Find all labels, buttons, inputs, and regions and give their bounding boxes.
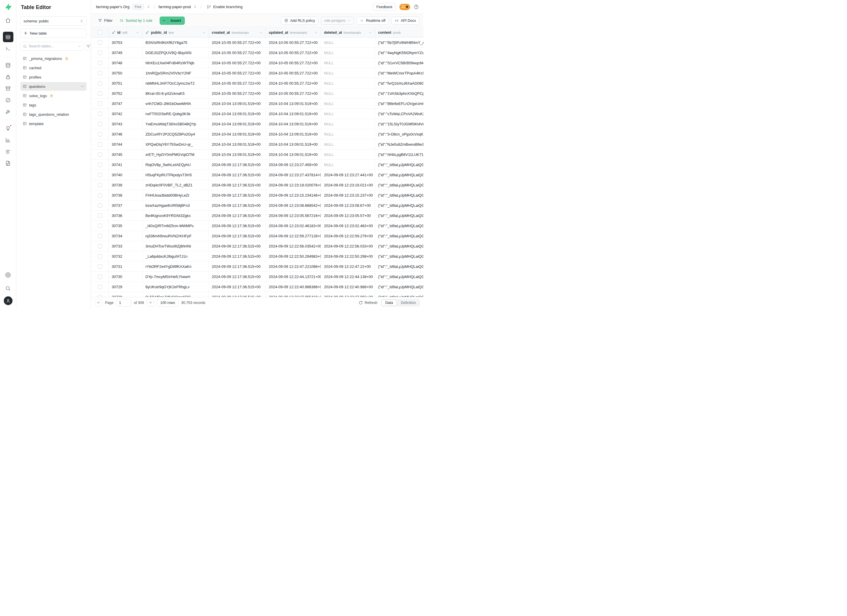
cell-deleted-at[interactable]: 2024-09-09 12:22:37.958+00 [321,292,375,297]
row-checkbox[interactable] [98,91,102,96]
cell-id[interactable]: 30733 [109,241,143,251]
sidebar-table-item[interactable]: _prisma_migrations [21,54,87,63]
cell-deleted-at[interactable]: 2024-09-09 12:22:59.279+00 [321,231,375,241]
nav-reports[interactable] [3,135,13,145]
search-tables-input[interactable] [29,44,75,48]
cell-updated-at[interactable]: 2024-09-09 12:23:02.46183+00 [266,221,321,231]
chevron-down-icon[interactable] [136,31,139,34]
row-checkbox[interactable] [98,142,102,147]
cell-created-at[interactable]: 2024-09-09 12:17:36.515+00 [209,211,266,221]
table-row[interactable]: 30743 YwEmuWdqT38XoSB048QYp 2024-10-04 1… [91,119,424,129]
cell-created-at[interactable]: 2024-10-04 13:09:01.519+00 [209,99,266,109]
cell-created-at[interactable]: 2024-10-05 00:55:27.722+00 [209,88,266,98]
cell-content[interactable]: {"id":"_Id9aLyJpMHQLaiQG [375,200,424,210]
row-checkbox[interactable] [98,264,102,269]
cell-updated-at[interactable]: 2024-09-09 12:23:15.234146+00 [266,190,321,200]
cell-updated-at[interactable]: 2024-09-09 12:23:27.437814+00 [266,170,321,180]
cell-content[interactable]: {"id":"_Id9aLyJpMHQLaiQG [375,282,424,292]
user-avatar[interactable] [4,296,12,305]
cell-id[interactable]: 30751 [109,78,143,88]
table-row[interactable]: 30751 nbMhHL3AP7OcCJymc2wT2 2024-10-05 0… [91,78,424,88]
row-checkbox[interactable] [98,173,102,177]
row-checkbox[interactable] [98,244,102,248]
cell-created-at[interactable]: 2024-09-09 12:17:36.515+00 [209,221,266,231]
cell-public-id[interactable]: rYbORF2e4YgDt9fKAXaKn [143,261,209,271]
previous-page-button[interactable] [95,299,102,307]
cell-deleted-at[interactable]: 2024-09-09 12:23:02.463+00 [321,221,375,231]
cell-id[interactable]: 30749 [109,48,143,57]
table-row[interactable]: 30749 DGEJfJZPQUV9Q-IBqsNSi 2024-10-05 0… [91,48,424,58]
cell-deleted-at[interactable]: 2024-09-09 12:22:44.138+00 [321,272,375,281]
row-checkbox[interactable] [98,102,102,106]
cell-public-id[interactable]: DGEJfJZPQUV9Q-IBqsNSi [143,48,209,57]
cell-public-id[interactable]: 8KraI-tSI-6-pSZcknaK5 [143,88,209,98]
row-checkbox[interactable] [98,71,102,75]
chevron-down-icon[interactable] [259,31,263,34]
nav-storage[interactable] [3,83,13,94]
cell-deleted-at[interactable]: NULL [321,119,375,129]
cell-public-id[interactable]: 8yUKotr9qGYjK2eFRhgLv [143,282,209,292]
cell-created-at[interactable]: 2024-10-05 00:55:27.722+00 [209,68,266,78]
cell-created-at[interactable]: 2024-09-09 12:17:36.515+00 [209,190,266,200]
cell-deleted-at[interactable]: 2024-09-09 12:23:19.021+00 [321,180,375,190]
row-checkbox[interactable] [98,152,102,157]
cell-deleted-at[interactable]: NULL [321,139,375,149]
cell-public-id[interactable]: zHDq4c0F0VBF_TL2_dBZ1 [143,180,209,190]
column-header-updated-at[interactable]: updated_at timestamptz [266,28,321,37]
cell-created-at[interactable]: 2024-10-04 13:09:01.519+00 [209,129,266,139]
cell-id[interactable]: 30745 [109,149,143,159]
sidebar-table-item[interactable]: template [21,119,87,128]
cell-content[interactable]: {"id":"rtHbLpgB8V11LUK715 [375,149,424,159]
cell-public-id[interactable]: 3muDHTceTWso9IZj8hHNI [143,241,209,251]
cell-created-at[interactable]: 2024-09-09 12:17:36.515+00 [209,251,266,261]
row-checkbox[interactable] [98,234,102,238]
cell-updated-at[interactable]: 2024-10-05 00:55:27.722+00 [266,78,321,88]
row-checkbox[interactable] [98,132,102,136]
column-header-id[interactable]: id int8 [109,28,143,37]
cell-content[interactable]: {"id":"_Id9aLyJpMHQLaiQG [375,251,424,261]
row-checkbox[interactable] [98,162,102,167]
cell-id[interactable]: 30744 [109,139,143,149]
cell-public-id[interactable]: _La6pddxcKJIbgufATJ1n [143,251,209,261]
cell-created-at[interactable]: 2024-09-09 12:17:36.515+00 [209,200,266,210]
cell-public-id[interactable]: DYp-7mcyMSIrHefLYIwwH [143,272,209,281]
next-page-button[interactable] [147,299,154,307]
cell-created-at[interactable]: 2024-10-05 00:55:27.722+00 [209,58,266,68]
cell-deleted-at[interactable]: NULL [321,68,375,78]
cell-updated-at[interactable]: 2024-09-09 12:22:50.294983+00 [266,251,321,261]
cell-public-id[interactable]: ZDCunRYJP2CQ5Z8Po2Gy4 [143,129,209,139]
row-checkbox[interactable] [98,40,102,45]
row-checkbox[interactable] [98,214,102,218]
cell-deleted-at[interactable]: NULL [321,37,375,47]
cell-updated-at[interactable]: 2024-10-05 00:55:27.722+00 [266,48,321,57]
nav-advisors[interactable] [3,123,13,134]
new-table-button[interactable]: New table [21,28,87,38]
nav-search[interactable] [3,283,13,293]
table-row[interactable]: 30744 XPQwDIqY6Y75SwDnU-qr_ 2024-10-04 1… [91,139,424,149]
cell-public-id[interactable]: RiqOV6p_5wihLeIAEQyhU [143,160,209,169]
cell-created-at[interactable]: 2024-09-09 12:17:36.515+00 [209,231,266,241]
row-checkbox[interactable] [98,254,102,259]
enable-branching-button[interactable]: Enable branching [205,3,244,10]
table-row[interactable]: 30750 1hnRQjxSRm2V0VticY2NF 2024-10-05 0… [91,68,424,78]
table-row[interactable]: 30740 H5uqFKpRUTPkjxdysT3HS 2024-09-09 1… [91,170,424,180]
filter-button[interactable]: Filter [95,16,115,25]
cell-updated-at[interactable]: 2024-10-04 13:09:01.519+00 [266,109,321,119]
cell-content[interactable]: {"id":"15LSIyT0JGMf3Kl4Vn [375,119,424,129]
cell-content[interactable]: {"id":"_Id9aLyJpMHQLaiQG [375,241,424,251]
cell-deleted-at[interactable]: 2024-09-09 12:22:56.033+00 [321,241,375,251]
cell-public-id[interactable]: H5uqFKpRUTPkjxdysT3HS [143,170,209,180]
chevron-down-icon[interactable] [202,31,206,34]
cell-updated-at[interactable]: 2024-10-04 13:09:01.519+00 [266,149,321,159]
cell-created-at[interactable]: 2024-09-09 12:17:36.515+00 [209,282,266,292]
cell-content[interactable]: {"id":"1VASb3phnXXkQPCpv [375,88,424,98]
sidebar-table-item[interactable]: cached [21,63,87,72]
cell-created-at[interactable]: 2024-09-09 12:17:36.515+00 [209,241,266,251]
chevron-down-icon[interactable] [78,44,81,48]
cell-public-id[interactable]: 1hnRQjxSRm2V0VticY2NF [143,68,209,78]
table-row[interactable]: 30730 DYp-7mcyMSIrHefLYIwwH 2024-09-09 1… [91,272,424,282]
cell-content[interactable]: {"id":"NJe5s8ZmBwnoB6e3 [375,139,424,149]
cell-deleted-at[interactable]: NULL [321,78,375,88]
table-row[interactable]: 30747 vrlh7CMD-JtM1bOweMHfA 2024-10-04 1… [91,99,424,109]
table-row[interactable]: 30741 RiqOV6p_5wihLeIAEQyhU 2024-09-09 1… [91,160,424,170]
